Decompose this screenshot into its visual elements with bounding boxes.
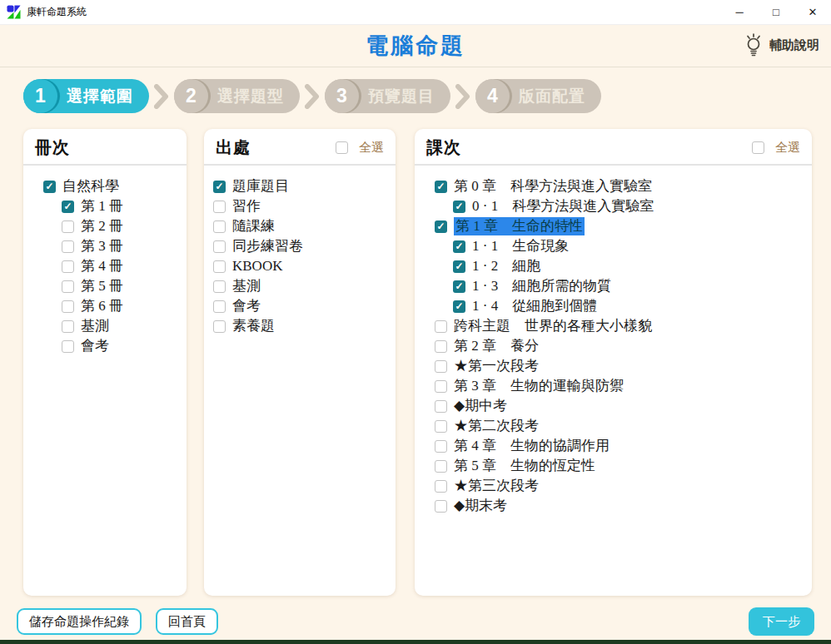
checkbox-row[interactable]: ◆期末考 [435,496,807,516]
checkbox-unchecked[interactable] [213,201,226,213]
checkbox-label: 題庫題目 [232,177,289,196]
checkbox-checked[interactable]: ✓ [435,181,447,193]
checkbox-row[interactable]: ✓題庫題目 [213,176,391,196]
checkbox-unchecked[interactable] [213,220,226,233]
next-step-button[interactable]: 下一步 [749,607,814,636]
checkbox-row[interactable]: 會考 [43,336,182,356]
checkbox-row[interactable]: ◆期中考 [435,396,807,416]
select-all-lesson-checkbox[interactable] [752,141,764,154]
checkbox-row[interactable]: 第 2 章 養分 [435,336,807,356]
checkbox-row[interactable]: 習作 [213,196,391,216]
select-all-source-checkbox[interactable] [336,141,348,154]
checkbox-row[interactable]: KBOOK [213,256,391,276]
checkbox-checked[interactable]: ✓ [453,201,465,213]
checkbox-row[interactable]: ✓1 · 1 生命現象 [435,236,807,256]
checkbox-row[interactable]: 同步練習卷 [213,236,391,256]
step-4-pill[interactable]: 4版面配置 [475,79,601,113]
step-1-pill[interactable]: 1選擇範圍 [23,79,149,113]
checkbox-unchecked[interactable] [62,320,74,333]
checkbox-row[interactable]: ✓0 · 1 科學方法與進入實驗室 [435,196,807,216]
checkbox-row[interactable]: 第 3 章 生物的運輸與防禦 [435,376,807,396]
checkbox-unchecked[interactable] [213,280,226,293]
checkbox-unchecked[interactable] [435,360,447,373]
close-button[interactable]: ✕ [794,0,831,25]
save-log-button[interactable]: 儲存命題操作紀錄 [17,608,142,635]
checkbox-label: 同步練習卷 [232,237,303,255]
checkbox-row[interactable]: 基測 [43,316,182,336]
checkbox-row[interactable]: 素養題 [213,316,391,336]
checkbox-checked[interactable]: ✓ [435,220,447,233]
checkbox-row[interactable]: ★第一次段考 [435,356,807,376]
checkbox-unchecked[interactable] [213,240,226,253]
checkbox-unchecked[interactable] [62,260,74,273]
checkbox-row[interactable]: ✓1 · 3 細胞所需的物質 [435,276,807,296]
checkbox-unchecked[interactable] [435,440,447,453]
checkbox-row[interactable]: ★第三次段考 [435,476,807,496]
checkbox-unchecked[interactable] [62,280,74,293]
checkbox-row[interactable]: 基測 [213,276,391,296]
checkbox-unchecked[interactable] [435,400,447,413]
checkbox-unchecked[interactable] [435,420,447,433]
checkbox-row[interactable]: ✓第 1 章 生命的特性 [435,216,807,236]
checkbox-label: 基測 [81,317,109,335]
checkbox-unchecked[interactable] [62,300,74,313]
checkbox-label: ◆期末考 [454,497,507,515]
checkbox-row[interactable]: ✓自然科學 [43,176,182,196]
panel-lesson: 課次 全選 ✓第 0 章 科學方法與進入實驗室✓0 · 1 科學方法與進入實驗室… [415,129,812,596]
checkbox-checked[interactable]: ✓ [453,300,465,313]
checkbox-unchecked[interactable] [62,240,74,253]
checkbox-label: 會考 [232,297,261,315]
checkbox-unchecked[interactable] [62,340,74,353]
checkbox-unchecked[interactable] [435,320,447,333]
checkbox-label: KBOOK [232,257,282,275]
checkbox-unchecked[interactable] [435,380,447,393]
checkbox-unchecked[interactable] [435,500,447,513]
step-number: 4 [475,79,510,113]
checkbox-label: 1 · 2 細胞 [472,257,540,275]
checkbox-row[interactable]: ★第二次段考 [435,416,807,436]
checkbox-row[interactable]: 第 4 章 生物的協調作用 [435,436,807,456]
checkbox-label: 跨科主題 世界的各種大小樣貌 [454,317,652,335]
checkbox-checked[interactable]: ✓ [453,280,465,293]
maximize-button[interactable]: □ [758,0,794,25]
checkbox-unchecked[interactable] [213,260,226,273]
checkbox-row[interactable]: ✓1 · 2 細胞 [435,256,807,276]
panel-source-header: 出處 全選 [204,129,396,166]
checkbox-row[interactable]: 第 3 冊 [43,236,182,256]
checkbox-row[interactable]: 跨科主題 世界的各種大小樣貌 [435,316,807,336]
checkbox-row[interactable]: ✓第 1 冊 [43,196,182,216]
step-2-pill[interactable]: 2選擇題型 [174,79,300,113]
minimize-button[interactable]: ─ [721,0,758,25]
checkbox-row[interactable]: ✓第 0 章 科學方法與進入實驗室 [435,176,807,196]
checkbox-row[interactable]: 第 6 冊 [43,296,182,316]
checkbox-row[interactable]: 會考 [213,296,391,316]
checkbox-checked[interactable]: ✓ [43,181,56,193]
checkbox-row[interactable]: 第 5 冊 [43,276,182,296]
checkbox-checked[interactable]: ✓ [453,260,465,273]
checkbox-row[interactable]: 第 5 章 生物的恆定性 [435,456,807,476]
checkbox-row[interactable]: ✓1 · 4 從細胞到個體 [435,296,807,316]
checkbox-row[interactable]: 第 4 冊 [43,256,182,276]
checkbox-row[interactable]: 第 2 冊 [43,216,182,236]
checkbox-label: 第 2 冊 [81,217,123,235]
checkbox-label: 0 · 1 科學方法與進入實驗室 [472,197,654,215]
checkbox-label: ◆期中考 [454,397,507,415]
select-all-source-label: 全選 [359,140,384,156]
checkbox-checked[interactable]: ✓ [62,201,74,213]
checkbox-unchecked[interactable] [213,320,226,333]
panel-volume: 冊次 ✓自然科學✓第 1 冊第 2 冊第 3 冊第 4 冊第 5 冊第 6 冊基… [23,129,187,596]
checkbox-row[interactable]: 隨課練 [213,216,391,236]
checkbox-label: 第 3 章 生物的運輸與防禦 [454,377,624,395]
checkbox-checked[interactable]: ✓ [453,240,465,253]
help-button[interactable]: 輔助說明 [743,33,819,57]
home-button[interactable]: 回首頁 [156,608,218,635]
step-3-pill[interactable]: 3預覽題目 [325,79,450,113]
checkbox-unchecked[interactable] [62,220,74,233]
checkbox-unchecked[interactable] [435,480,447,493]
checkbox-unchecked[interactable] [435,340,447,353]
checkbox-checked[interactable]: ✓ [213,181,226,193]
checkbox-unchecked[interactable] [435,460,447,473]
checkbox-label: 第 6 冊 [81,297,123,315]
checkbox-label: 會考 [81,337,109,355]
checkbox-unchecked[interactable] [213,300,226,313]
